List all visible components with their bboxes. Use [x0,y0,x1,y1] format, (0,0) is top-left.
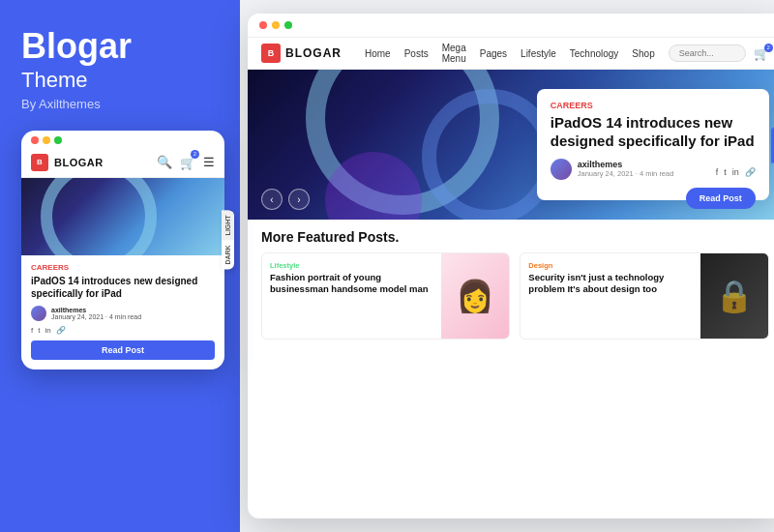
desktop-dot-green [284,21,292,29]
link-icon[interactable]: 🔗 [56,326,66,335]
dot-green [54,136,62,144]
linkedin-icon[interactable]: in [45,326,50,335]
hero-facebook-icon[interactable]: f [716,167,719,177]
dot-yellow [43,136,50,144]
mobile-mockup: B BLOGAR 🔍 🛒 2 ☰ Careers iPadOS 14 intr [21,131,224,369]
facebook-icon[interactable]: f [31,326,33,335]
featured-post-title-1: Fashion portrait of young businessman ha… [270,272,433,296]
hero-card-author-row: axilthemes January 24, 2021 · 4 min read… [551,159,756,180]
featured-post-card-2[interactable]: Design Security isn't just a technology … [520,252,768,340]
mobile-author-name: axilthemes [51,307,141,313]
desktop-top-bar [248,14,774,38]
hero-card-author-name: axilthemes [578,160,674,169]
featured-section: More Featured Posts. Lifestyle Fashion p… [248,220,774,518]
mobile-avatar [31,306,46,321]
prev-arrow[interactable]: ‹ [261,189,283,210]
hero-arrows: ‹ › [261,189,310,210]
mobile-social: f t in 🔗 [31,326,215,335]
hero-card-author-info: axilthemes January 24, 2021 · 4 min read [578,160,674,178]
featured-post-content-2: Design Security isn't just a technology … [521,253,700,339]
featured-post-inner-2: Design Security isn't just a technology … [521,253,767,339]
desktop-hero: ‹ › Careers iPadOS 14 introduces new des… [248,70,774,220]
hero-card-avatar [551,159,572,180]
mobile-nav-icons: 🔍 🛒 2 ☰ [157,154,215,171]
brand-title: Blogar [21,27,219,66]
featured-post-category-2: Design [528,261,692,270]
nav-item-mega-menu[interactable]: Mega Menu [442,43,466,64]
mobile-post-title: iPadOS 14 introduces new designed specif… [31,275,215,300]
brand-by: By Axilthemes [21,97,219,111]
mobile-logo-text: BLOGAR [54,157,104,168]
hero-card-category: Careers [551,101,756,110]
nav-item-posts[interactable]: Posts [404,48,429,59]
twitter-icon[interactable]: t [38,326,40,335]
featured-posts-grid: Lifestyle Fashion portrait of young busi… [261,252,769,340]
featured-post-card-1[interactable]: Lifestyle Fashion portrait of young busi… [261,252,510,340]
featured-post-content-1: Lifestyle Fashion portrait of young busi… [262,253,441,339]
nav-item-pages[interactable]: Pages [480,48,507,59]
desktop-search-input[interactable] [669,44,746,62]
mobile-top-bar [21,131,224,150]
mobile-author-info: axilthemes January 24, 2021 · 4 min read [51,307,141,320]
desktop-dot-red [259,21,267,29]
desktop-cart-wrap: 🛒 2 [754,46,769,61]
desktop-logo-icon: B [261,44,281,63]
cart-badge-wrap: 🛒 2 [180,154,195,171]
mobile-read-button[interactable]: Read Post [31,340,215,360]
hero-twitter-icon[interactable]: t [724,167,727,177]
mobile-hero-shape [41,178,157,255]
hamburger-icon[interactable]: ☰ [203,155,215,169]
mobile-category: Careers [31,263,215,272]
nav-item-technology[interactable]: Technology [570,48,619,59]
light-toggle[interactable]: LIGHT [222,210,234,240]
hero-card-date: January 24, 2021 · 4 min read [578,169,674,178]
hero-link-icon[interactable]: 🔗 [745,167,756,177]
desktop-logo-text: BLOGAR [285,46,342,60]
desktop-nav-right: 🛒 2 [669,44,769,62]
mobile-hero-image [21,178,224,255]
mobile-author-row: axilthemes January 24, 2021 · 4 min read [31,306,215,321]
mobile-date: January 24, 2021 · 4 min read [51,313,141,320]
nav-item-lifestyle[interactable]: Lifestyle [521,48,556,59]
cart-badge: 2 [191,150,199,159]
mobile-mockup-wrapper: B BLOGAR 🔍 🛒 2 ☰ Careers iPadOS 14 intr [21,111,219,369]
featured-post-category-1: Lifestyle [270,261,433,270]
featured-post-inner-1: Lifestyle Fashion portrait of young busi… [262,253,509,339]
desktop-cart-badge: 2 [764,44,773,52]
dot-red [31,136,39,144]
left-panel: Blogar Theme By Axilthemes B BLOGAR 🔍 🛒 … [0,0,240,532]
hero-linkedin-icon[interactable]: in [732,167,739,177]
desktop-dot-yellow [272,21,280,29]
right-panel: B BLOGAR Home Posts Mega Menu Pages Life… [240,0,774,532]
desktop-nav: B BLOGAR Home Posts Mega Menu Pages Life… [248,38,774,70]
hero-card-social: f t in 🔗 [716,167,756,177]
desktop-logo-wrap: B BLOGAR [261,44,342,63]
mobile-logo-icon: B [31,154,48,171]
mobile-nav: B BLOGAR 🔍 🛒 2 ☰ [21,150,224,178]
light-dark-toggle: LIGHT DARK [222,210,234,269]
next-arrow[interactable]: › [288,189,310,210]
featured-post-image-1: 👩 [441,253,509,339]
search-icon[interactable]: 🔍 [157,155,172,169]
dark-toggle[interactable]: DARK [222,240,234,269]
featured-post-title-2: Security isn't just a technology problem… [528,272,692,296]
nav-item-home[interactable]: Home [365,48,391,59]
featured-title: More Featured Posts. [261,229,769,245]
mobile-content: Careers iPadOS 14 introduces new designe… [21,255,224,369]
hero-card: Careers iPadOS 14 introduces new designe… [537,89,769,200]
hero-card-title: iPadOS 14 introduces new designed specif… [551,114,756,151]
desktop-mockup: B BLOGAR Home Posts Mega Menu Pages Life… [248,14,774,518]
brand-subtitle: Theme [21,68,219,93]
nav-item-shop[interactable]: Shop [632,48,654,59]
featured-post-image-2: 🔒 [700,253,768,339]
hero-read-button[interactable]: Read Post [686,188,756,209]
